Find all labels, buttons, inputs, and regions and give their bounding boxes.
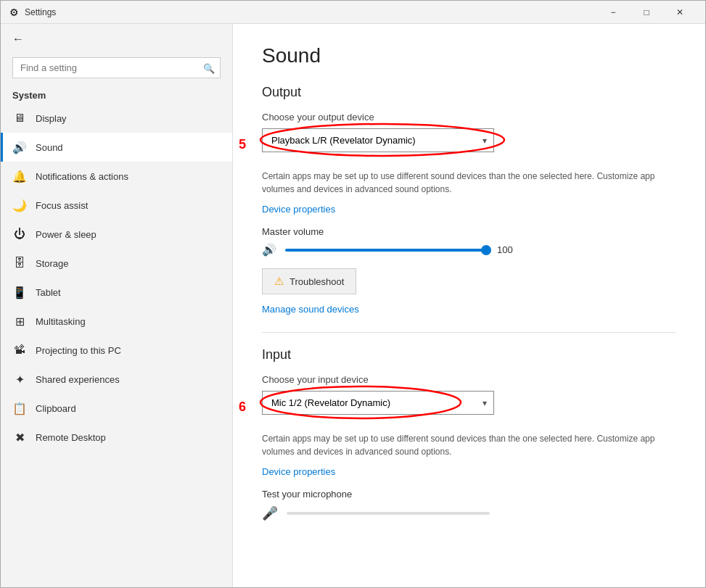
sidebar-item-label-focus: Focus assist <box>36 200 88 211</box>
volume-slider[interactable] <box>285 249 488 252</box>
clipboard-icon: 📋 <box>12 401 27 415</box>
sidebar-item-sound[interactable]: 🔊 Sound <box>1 133 232 162</box>
sidebar-item-remote[interactable]: ✖ Remote Desktop <box>1 423 232 452</box>
sidebar-item-tablet[interactable]: 📱 Tablet <box>1 278 232 307</box>
sidebar-item-storage[interactable]: 🗄 Storage <box>1 249 232 278</box>
remote-icon: ✖ <box>12 430 27 444</box>
volume-speaker-icon: 🔊 <box>262 243 276 257</box>
sidebar-item-label-display: Display <box>36 113 67 124</box>
sidebar-section-label: System <box>1 84 232 104</box>
input-device-select[interactable]: Mic 1/2 (Revelator Dynamic) <box>262 391 494 415</box>
main-content: Sound Output Choose your output device 5… <box>233 24 705 587</box>
output-choose-label: Choose your output device <box>262 112 676 123</box>
microphone-icon: 🎤 <box>262 505 278 521</box>
input-section-title: Input <box>262 347 676 363</box>
output-info-text: Certain apps may be set up to use differ… <box>262 170 676 196</box>
back-button[interactable]: ← <box>1 24 232 54</box>
sidebar-item-multitasking[interactable]: ⊞ Multitasking <box>1 307 232 336</box>
multitasking-icon: ⊞ <box>12 314 27 328</box>
sidebar-item-projecting[interactable]: 📽 Projecting to this PC <box>1 336 232 365</box>
volume-value: 100 <box>497 244 519 255</box>
sidebar-item-label-notifications: Notifications & actions <box>36 171 128 182</box>
sidebar-item-label-storage: Storage <box>36 258 69 269</box>
sidebar-item-power[interactable]: ⏻ Power & sleep <box>1 220 232 249</box>
sidebar-item-label-sound: Sound <box>36 142 63 153</box>
content-area: ← 🔍 System 🖥 Display 🔊 Sound 🔔 Notificat… <box>1 24 705 587</box>
sidebar-item-display[interactable]: 🖥 Display <box>1 104 232 133</box>
sidebar-item-label-multitasking: Multitasking <box>36 316 86 327</box>
output-dropdown-wrapper: Playback L/R (Revelator Dynamic) ▾ <box>262 128 494 152</box>
sidebar-item-label-shared: Shared experiences <box>36 374 120 385</box>
section-divider <box>262 332 676 333</box>
volume-row: 🔊 100 <box>262 243 676 257</box>
device-properties-link-input[interactable]: Device properties <box>262 466 335 477</box>
microphone-row: 🎤 <box>262 505 676 521</box>
sidebar-item-label-remote: Remote Desktop <box>36 432 106 443</box>
power-icon: ⏻ <box>12 227 27 241</box>
restore-button[interactable]: □ <box>630 1 663 24</box>
input-info-text: Certain apps may be set up to use differ… <box>262 432 676 458</box>
input-dropdown-wrapper: Mic 1/2 (Revelator Dynamic) ▾ <box>262 391 494 415</box>
annotation-6: 6 <box>239 399 246 415</box>
sidebar-item-label-projecting: Projecting to this PC <box>36 345 121 356</box>
storage-icon: 🗄 <box>12 256 27 270</box>
device-properties-link-output[interactable]: Device properties <box>262 204 335 215</box>
output-section-title: Output <box>262 85 676 100</box>
manage-sound-link[interactable]: Manage sound devices <box>262 304 359 315</box>
input-choose-label: Choose your input device <box>262 374 676 385</box>
troubleshoot-button[interactable]: ⚠ Troubleshoot <box>262 268 356 294</box>
test-microphone-label: Test your microphone <box>262 489 676 500</box>
page-title: Sound <box>262 44 676 67</box>
sidebar-item-focus[interactable]: 🌙 Focus assist <box>1 191 232 220</box>
window-title: Settings <box>25 7 596 17</box>
volume-thumb[interactable] <box>481 245 491 255</box>
volume-track <box>285 249 488 252</box>
search-container: 🔍 <box>12 57 221 78</box>
sidebar-item-label-tablet: Tablet <box>36 287 61 298</box>
settings-window: ⚙ Settings − □ ✕ ← 🔍 System 🖥 Display 🔊 <box>0 0 706 588</box>
annotation-5: 5 <box>239 137 246 152</box>
minimize-button[interactable]: − <box>596 1 630 24</box>
search-input[interactable] <box>12 57 221 78</box>
tablet-icon: 📱 <box>12 285 27 299</box>
settings-icon: ⚙ <box>9 7 19 18</box>
focus-icon: 🌙 <box>12 198 27 212</box>
shared-icon: ✦ <box>12 372 27 386</box>
sound-icon: 🔊 <box>12 140 27 154</box>
mic-slider[interactable] <box>287 512 490 515</box>
volume-section: Master volume 🔊 100 <box>262 226 676 257</box>
sidebar-item-notifications[interactable]: 🔔 Notifications & actions <box>1 162 232 191</box>
volume-label: Master volume <box>262 226 676 237</box>
sidebar-item-label-power: Power & sleep <box>36 229 97 240</box>
sidebar-item-clipboard[interactable]: 📋 Clipboard <box>1 394 232 423</box>
window-controls: − □ ✕ <box>596 1 697 24</box>
notifications-icon: 🔔 <box>12 169 27 183</box>
sidebar-item-shared[interactable]: ✦ Shared experiences <box>1 365 232 394</box>
projecting-icon: 📽 <box>12 343 27 357</box>
output-device-select[interactable]: Playback L/R (Revelator Dynamic) <box>262 128 494 152</box>
sidebar-item-label-clipboard: Clipboard <box>36 403 76 414</box>
close-button[interactable]: ✕ <box>663 1 697 24</box>
warning-icon: ⚠ <box>274 275 284 288</box>
titlebar: ⚙ Settings − □ ✕ <box>1 1 705 24</box>
search-icon: 🔍 <box>203 62 215 73</box>
back-arrow-icon: ← <box>12 33 24 46</box>
troubleshoot-label: Troubleshoot <box>290 276 344 287</box>
display-icon: 🖥 <box>12 111 27 125</box>
sidebar: ← 🔍 System 🖥 Display 🔊 Sound 🔔 Notificat… <box>1 24 233 587</box>
